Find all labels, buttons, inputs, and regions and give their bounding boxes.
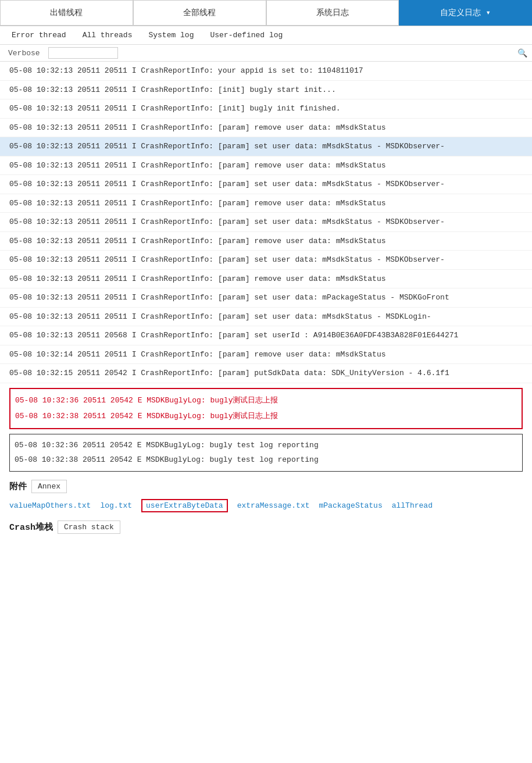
search-icon[interactable]: 🔍	[517, 48, 527, 58]
crash-section: Crash堆栈 Crash stack	[0, 516, 532, 539]
log-area: 05-08 10:32:13 20511 20511 I CrashReport…	[0, 62, 532, 383]
file-link[interactable]: mPackageStatus	[319, 501, 383, 510]
black-log-line: 05-08 10:32:36 20511 20542 E MSDKBuglyLo…	[15, 438, 517, 453]
log-line: 05-08 10:32:13 20511 20511 I CrashReport…	[0, 251, 532, 270]
file-link[interactable]: userExtraByteData	[141, 499, 228, 512]
black-log-line: 05-08 10:32:38 20511 20542 E MSDKBuglyLo…	[15, 452, 517, 468]
log-line: 05-08 10:32:13 20511 20568 I CrashReport…	[0, 326, 532, 345]
log-line: 05-08 10:32:13 20511 20511 I CrashReport…	[0, 99, 532, 119]
file-link[interactable]: valueMapOthers.txt	[9, 501, 91, 510]
log-line: 05-08 10:32:13 20511 20511 I CrashReport…	[0, 270, 532, 289]
filter-verbose-label: Verbose	[5, 48, 44, 59]
log-line: 05-08 10:32:13 20511 20511 I CrashReport…	[0, 119, 532, 138]
tab-all-threads[interactable]: 全部线程	[133, 0, 266, 26]
file-link[interactable]: extraMessage.txt	[237, 501, 310, 510]
red-border-box: 05-08 10:32:36 20511 20542 E MSDKBuglyLo…	[9, 388, 523, 429]
crash-label-cn: Crash堆栈	[9, 522, 53, 533]
tab-bar: 出错线程 全部线程 系统日志 自定义日志 ▾	[0, 0, 532, 26]
log-line: 05-08 10:32:13 20511 20511 I CrashReport…	[0, 62, 532, 81]
log-line: 05-08 10:32:13 20511 20511 I CrashReport…	[0, 81, 532, 100]
tab-error-thread[interactable]: 出错线程	[0, 0, 133, 26]
attachment-label-cn: 附件	[9, 481, 27, 492]
red-log-line: 05-08 10:32:38 20511 20542 E MSDKBuglyLo…	[15, 408, 517, 425]
log-line: 05-08 10:32:13 20511 20511 I CrashReport…	[0, 194, 532, 213]
tab-user-defined-log[interactable]: 自定义日志 ▾	[399, 0, 532, 26]
english-tab-all-threads[interactable]: All threads	[80, 30, 135, 41]
file-link[interactable]: allThread	[392, 501, 433, 510]
english-tab-user-defined-log[interactable]: User-defined log	[208, 30, 285, 41]
filter-row: Verbose 🔍	[0, 45, 532, 62]
log-line: 05-08 10:32:13 20511 20511 I CrashReport…	[0, 137, 532, 156]
file-link[interactable]: log.txt	[100, 501, 132, 510]
english-tab-error-thread[interactable]: Error thread	[9, 30, 69, 41]
log-line: 05-08 10:32:13 20511 20511 I CrashReport…	[0, 213, 532, 232]
log-line: 05-08 10:32:13 20511 20511 I CrashReport…	[0, 232, 532, 251]
attachment-label-en: Annex	[31, 480, 67, 493]
red-log-line: 05-08 10:32:36 20511 20542 E MSDKBuglyLo…	[15, 393, 517, 409]
crash-label-en: Crash stack	[58, 520, 120, 534]
tab-system-log[interactable]: 系统日志	[266, 0, 399, 26]
black-border-box: 05-08 10:32:36 20511 20542 E MSDKBuglyLo…	[9, 434, 523, 472]
log-line: 05-08 10:32:15 20511 20542 I CrashReport…	[0, 364, 532, 383]
log-line: 05-08 10:32:13 20511 20511 I CrashReport…	[0, 288, 532, 308]
english-tab-row: Error thread All threads System log User…	[0, 26, 532, 45]
filter-input[interactable]	[48, 47, 118, 59]
attachment-section: 附件 Annex	[0, 474, 532, 495]
log-line: 05-08 10:32:13 20511 20511 I CrashReport…	[0, 308, 532, 327]
file-links-row: valueMapOthers.txtlog.txtuserExtraByteDa…	[0, 495, 532, 516]
log-line: 05-08 10:32:14 20511 20511 I CrashReport…	[0, 345, 532, 365]
log-line: 05-08 10:32:13 20511 20511 I CrashReport…	[0, 175, 532, 194]
english-tab-system-log[interactable]: System log	[146, 30, 196, 41]
log-line: 05-08 10:32:13 20511 20511 I CrashReport…	[0, 156, 532, 176]
